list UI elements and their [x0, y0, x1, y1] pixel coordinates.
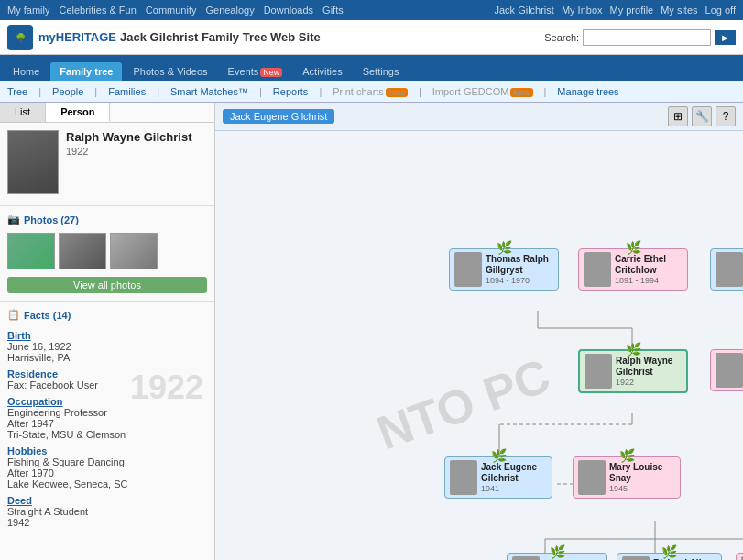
- search-label: Search:: [544, 32, 579, 43]
- tree-help-icon[interactable]: ?: [716, 106, 736, 126]
- person-year: 1922: [66, 146, 192, 157]
- card-photo-mary: [578, 460, 606, 495]
- photos-label: Photos (27): [24, 214, 79, 225]
- fact-deed-value: Straight A Student1942: [7, 506, 207, 528]
- tab-activities[interactable]: Activities: [293, 62, 351, 81]
- view-all-photos-button[interactable]: View all photos: [7, 277, 207, 293]
- fact-occupation-title[interactable]: Occupation: [7, 396, 207, 407]
- card-photo-carrie: [584, 252, 611, 287]
- card-text-mary: Mary Louise Snay 1945: [609, 462, 675, 493]
- search-input[interactable]: [583, 29, 711, 46]
- fact-hobbies-title[interactable]: Hobbies: [7, 445, 207, 456]
- card-mary[interactable]: 🌿 Mary Louise Snay 1945: [573, 456, 681, 499]
- subnav-smart-matches[interactable]: Smart Matches™: [170, 86, 248, 97]
- nav-my-family[interactable]: My family: [7, 5, 49, 16]
- tab-events[interactable]: EventsNew: [219, 62, 292, 81]
- fact-occupation: Occupation Engineering ProfessorAfter 19…: [7, 396, 207, 440]
- card-richard[interactable]: 🌿 Richard Allen Loweke 1963: [617, 553, 722, 560]
- person-photo: [7, 130, 59, 194]
- subnav-sep2: |: [94, 86, 97, 97]
- person-photo-image: [8, 131, 58, 193]
- subnav-families[interactable]: Families: [108, 86, 146, 97]
- subnav-reports[interactable]: Reports: [273, 86, 309, 97]
- photos-section-header: 📷 Photos (27): [0, 210, 214, 229]
- card-years-mary: 1945: [609, 484, 675, 493]
- print-charts-badge: New: [386, 88, 408, 97]
- card-photo-jack: [450, 460, 477, 495]
- card-ralph[interactable]: 🌿 Ralph Wayne Gilchrist 1922: [578, 349, 688, 393]
- fact-birth-value: June 16, 1922Harrisville, PA: [7, 341, 207, 363]
- card-tigger[interactable]: 🌿 Tigger Gilchrist: [507, 553, 607, 560]
- card-photo-thomas: [454, 252, 482, 287]
- nav-logoff[interactable]: Log off: [705, 5, 736, 16]
- fact-occupation-value: Engineering ProfessorAfter 1947Tri-State…: [7, 407, 207, 440]
- subnav-manage-trees[interactable]: Manage trees: [557, 86, 618, 97]
- left-panel: List Person Ralph Wayne Gilchrist 1922 📷…: [0, 103, 215, 560]
- fact-deed: Deed Straight A Student1942: [7, 495, 207, 528]
- events-badge: New: [260, 68, 282, 77]
- tab-photos-videos[interactable]: Photos & Videos: [124, 62, 216, 81]
- card-joseph[interactable]: 🌿 Joseph Omar Brock 1902 - 1989: [710, 248, 743, 291]
- tab-settings[interactable]: Settings: [354, 62, 409, 81]
- card-years-carrie: 1891 - 1994: [615, 276, 683, 285]
- logo-bar: 🌳 myHERITAGE Jack Gilchrist Family Tree …: [0, 20, 743, 55]
- fact-birth: Birth June 16, 1922Harrisville, PA: [7, 330, 207, 363]
- subnav-import-gedcom[interactable]: Import GEDCOMNew: [432, 86, 533, 97]
- heritage-logo-icon: 🌳: [7, 25, 33, 50]
- subnav-sep6: |: [419, 86, 421, 97]
- facts-section: Birth June 16, 1922Harrisville, PA Resid…: [0, 324, 214, 560]
- nav-community[interactable]: Community: [146, 5, 197, 16]
- logo-text-area: myHERITAGE Jack Gilchrist Family Tree We…: [38, 30, 321, 44]
- search-button[interactable]: ►: [715, 30, 736, 45]
- card-sherri[interactable]: 🌿 Sherri Lynn Gilchrist 1966: [736, 553, 743, 560]
- card-photo-richard: [622, 556, 650, 560]
- card-thomas[interactable]: 🌿 Thomas Ralph Gillgryst 1894 - 1970: [449, 248, 559, 291]
- card-photo-joseph: [716, 252, 743, 287]
- subnav-people[interactable]: People: [52, 86, 83, 97]
- photo-thumb-3[interactable]: [110, 233, 158, 269]
- fact-deed-title[interactable]: Deed: [7, 495, 207, 506]
- tab-family-tree[interactable]: Family tree: [50, 62, 122, 81]
- card-jack[interactable]: 🌿 Jack Eugene Gilchrist 1941: [444, 456, 552, 499]
- person-details: Ralph Wayne Gilchrist 1922: [66, 130, 192, 157]
- fact-residence-value: Fax: Facebook User: [7, 379, 207, 390]
- nav-celebrities[interactable]: Celebrities & Fun: [59, 5, 136, 16]
- nav-genealogy[interactable]: Genealogy: [205, 5, 254, 16]
- card-years-jack: 1941: [481, 484, 547, 493]
- tab-list[interactable]: List: [0, 103, 46, 122]
- tab-home[interactable]: Home: [4, 62, 49, 81]
- card-name-ralph: Ralph Wayne Gilchrist: [616, 356, 682, 378]
- tree-layout-icon[interactable]: ⊞: [668, 106, 688, 126]
- nav-profile[interactable]: My profile: [610, 5, 654, 16]
- photo-thumb-2[interactable]: [59, 233, 106, 269]
- card-photo-tigger: [512, 556, 540, 560]
- subnav-tree[interactable]: Tree: [7, 86, 27, 97]
- nav-gifts[interactable]: Gifts: [322, 5, 344, 16]
- top-nav-right: Jack Gilchrist My Inbox My profile My si…: [494, 5, 736, 16]
- tree-settings-icon[interactable]: 🔧: [692, 106, 712, 126]
- nav-downloads[interactable]: Downloads: [264, 5, 313, 16]
- facts-section-header: 📋 Facts (14): [0, 305, 214, 324]
- fact-residence-title[interactable]: Residence: [7, 368, 207, 379]
- card-text-ralph: Ralph Wayne Gilchrist 1922: [616, 356, 682, 387]
- nav-inbox[interactable]: My Inbox: [562, 5, 603, 16]
- fact-birth-title[interactable]: Birth: [7, 330, 207, 341]
- nav-my-sites[interactable]: My sites: [661, 5, 697, 16]
- logo-area: 🌳 myHERITAGE Jack Gilchrist Family Tree …: [7, 25, 321, 50]
- divider-1: [0, 205, 214, 206]
- photo-strip: [0, 229, 214, 273]
- card-years-thomas: 1894 - 1970: [486, 276, 553, 285]
- logo-heritage-text: myHERITAGE: [38, 30, 116, 44]
- person-name: Ralph Wayne Gilchrist: [66, 130, 192, 146]
- site-title: Jack Gilchrist Family Tree Web Site: [120, 30, 321, 44]
- content-area: List Person Ralph Wayne Gilchrist 1922 📷…: [0, 103, 743, 560]
- photo-thumb-1[interactable]: [7, 233, 55, 269]
- card-carrie[interactable]: 🌿 Carrie Ethel Critchlow 1891 - 1994: [578, 248, 688, 291]
- breadcrumb-tag[interactable]: Jack Eugene Gilchrist: [223, 109, 334, 124]
- card-virginia[interactable]: Virginia Jean Brock 1924 - 1998: [710, 349, 743, 391]
- subnav-print-charts[interactable]: Print chartsNew: [333, 86, 408, 97]
- tab-person[interactable]: Person: [46, 103, 110, 122]
- subnav-sep3: |: [157, 86, 159, 97]
- card-name-jack: Jack Eugene Gilchrist: [481, 462, 547, 484]
- card-text-thomas: Thomas Ralph Gillgryst 1894 - 1970: [486, 254, 553, 285]
